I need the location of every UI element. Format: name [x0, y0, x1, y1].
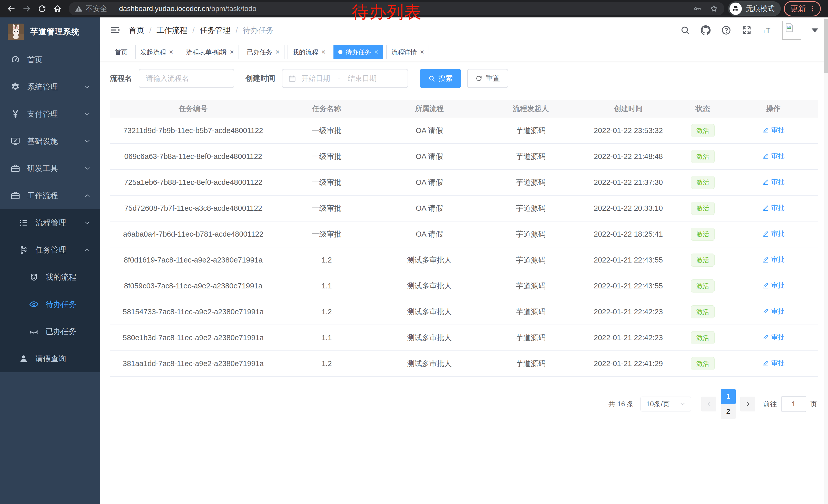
task-name-cell: 一级审批 [277, 144, 377, 170]
font-size-icon[interactable]: TT [762, 25, 773, 36]
pagination-goto: 前往 1 页 [763, 396, 817, 412]
sidebar-item[interactable]: 待办任务 [0, 291, 100, 318]
breadcrumb-item[interactable]: 首页 [129, 25, 144, 36]
status-cell: 激活 [677, 221, 729, 247]
tab-active[interactable]: 待办任务× [333, 45, 383, 59]
avatar-caret-icon[interactable] [812, 29, 818, 32]
close-icon[interactable]: × [374, 48, 378, 56]
page-size-select[interactable]: 10条/页 [640, 397, 691, 411]
table-row: 75d72608-7b7f-11ec-a3c8-acde48001122一级审批… [110, 195, 818, 221]
sidebar-item[interactable]: 支付管理 [0, 100, 100, 128]
browser-menu-icon[interactable] [809, 5, 816, 12]
search-icon[interactable] [680, 25, 691, 36]
page-unit-label: 页 [810, 400, 817, 409]
pagination-prev-button[interactable] [701, 397, 716, 411]
date-range-input[interactable]: 开始日期 - 结束日期 [282, 69, 408, 88]
task-id-cell: 73211d9d-7b9b-11ec-b5b7-acde48001122 [110, 118, 277, 144]
task-name-cell: 1.2 [277, 351, 377, 377]
sidebar-item[interactable]: 基础设施 [0, 128, 100, 155]
approve-link[interactable]: 审批 [762, 126, 785, 135]
help-icon[interactable] [721, 25, 732, 36]
home-icon[interactable] [51, 3, 64, 15]
active-dot [338, 50, 342, 54]
sidebar-item[interactable]: 研发工具 [0, 155, 100, 182]
forward-icon[interactable] [20, 3, 33, 15]
approve-link[interactable]: 审批 [762, 151, 785, 161]
reload-icon[interactable] [36, 3, 48, 15]
eye-icon [29, 299, 39, 310]
close-icon[interactable]: × [321, 48, 325, 56]
goto-label: 前往 [763, 400, 777, 409]
avatar[interactable] [782, 21, 801, 40]
created-cell: 2022-01-21 22:42:23 [579, 325, 677, 351]
close-icon[interactable]: × [169, 48, 173, 56]
breadcrumb-item[interactable]: 工作流程 [157, 25, 187, 36]
close-icon[interactable]: × [420, 48, 424, 56]
tasks-table: 任务编号任务名称所属流程流程发起人创建时间状态操作 73211d9d-7b9b-… [110, 100, 818, 377]
goto-page-input[interactable]: 1 [781, 396, 806, 412]
approve-link[interactable]: 审批 [762, 281, 785, 290]
table-row: 73211d9d-7b9b-11ec-b5b7-acde48001122一级审批… [110, 118, 818, 144]
action-cell: 审批 [729, 351, 818, 377]
pen-icon [762, 204, 769, 212]
approve-link[interactable]: 审批 [762, 255, 785, 264]
sidebar-toggle-icon[interactable] [110, 25, 121, 36]
breadcrumb-item[interactable]: 任务管理 [200, 25, 231, 36]
back-icon[interactable] [5, 3, 17, 15]
sidebar-item[interactable]: 首页 [0, 46, 100, 73]
status-badge: 激活 [691, 124, 715, 137]
sidebar-item[interactable]: 系统管理 [0, 73, 100, 100]
approve-link[interactable]: 审批 [762, 177, 785, 186]
sidebar-item[interactable]: 任务管理 [0, 236, 100, 264]
page-scrollbar[interactable] [824, 17, 828, 504]
tab-item[interactable]: 流程详情× [386, 45, 429, 59]
approve-link[interactable]: 审批 [762, 307, 785, 316]
pagination-page-button[interactable]: 1 [721, 389, 736, 404]
app: 芋道管理系统 首页系统管理支付管理基础设施研发工具工作流程流程管理任务管理我的流… [0, 17, 828, 504]
scrollbar-thumb[interactable] [824, 19, 828, 73]
tab-item[interactable]: 发起流程× [135, 45, 178, 59]
security-warning[interactable]: 不安全 [75, 4, 107, 13]
sidebar-item-label: 待办任务 [46, 299, 76, 310]
approve-link[interactable]: 审批 [762, 229, 785, 238]
sidebar-item[interactable]: 流程管理 [0, 209, 100, 236]
starter-cell: 芋道源码 [482, 144, 579, 170]
column-header: 任务编号 [110, 100, 277, 118]
sidebar-item-label: 首页 [27, 55, 43, 65]
reset-button[interactable]: 重置 [467, 69, 508, 88]
svg-text:T: T [766, 26, 770, 35]
search-button[interactable]: 搜索 [420, 69, 461, 88]
sidebar-item[interactable]: 请假查询 [0, 345, 100, 372]
approve-link[interactable]: 审批 [762, 359, 785, 368]
pagination-next-button[interactable] [740, 397, 755, 411]
pagination-page-button[interactable]: 2 [721, 404, 736, 419]
start-date-placeholder: 开始日期 [301, 74, 330, 83]
star-icon[interactable] [709, 4, 718, 13]
process-cell: 测试多审批人 [377, 351, 482, 377]
close-icon[interactable]: × [230, 48, 234, 56]
sidebar-item[interactable]: 我的流程 [0, 264, 100, 291]
tab-item[interactable]: 我的流程× [288, 45, 330, 59]
process-name-input[interactable]: 请输入流程名 [139, 69, 234, 88]
approve-link[interactable]: 审批 [762, 203, 785, 212]
status-badge: 激活 [691, 254, 715, 267]
key-icon[interactable] [693, 4, 702, 13]
tab-item[interactable]: 已办任务× [242, 45, 285, 59]
sidebar-menu: 首页系统管理支付管理基础设施研发工具工作流程流程管理任务管理我的流程待办任务已办… [0, 46, 100, 372]
tab-item[interactable]: 首页 [110, 45, 132, 59]
status-cell: 激活 [677, 351, 729, 377]
approve-link[interactable]: 审批 [762, 333, 785, 342]
fullscreen-icon[interactable] [741, 25, 752, 36]
sidebar-item[interactable]: 工作流程 [0, 182, 100, 209]
close-icon[interactable]: × [276, 48, 280, 56]
github-icon[interactable] [700, 25, 711, 36]
tab-item[interactable]: 流程表单-编辑× [181, 45, 239, 59]
browser-update-button[interactable]: 更新 [784, 1, 821, 16]
status-cell: 激活 [677, 325, 729, 351]
sidebar-item[interactable]: 已办任务 [0, 318, 100, 345]
reset-button-icon [475, 75, 483, 82]
url-separator [113, 5, 113, 13]
status-badge: 激活 [691, 305, 715, 318]
sidebar-item-label: 已办任务 [46, 326, 76, 337]
status-badge: 激活 [691, 150, 715, 163]
